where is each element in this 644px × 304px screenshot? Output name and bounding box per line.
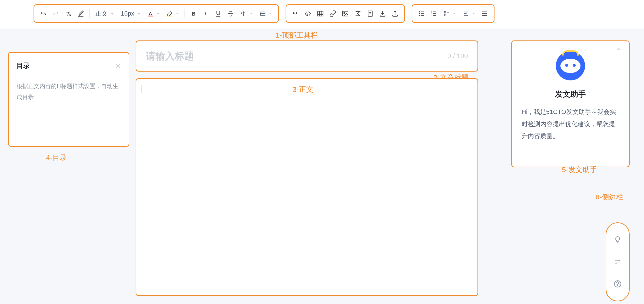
bold-button[interactable]: B [188, 8, 198, 19]
toc-description: 根据正文内容的H标题样式设置，自动生成目录 [16, 81, 121, 102]
annotation-toc: 4-目录 [46, 153, 67, 163]
toolbar-group-3: 123 [412, 4, 494, 23]
svg-text:B: B [192, 10, 196, 16]
svg-point-9 [419, 11, 420, 12]
svg-rect-2 [168, 15, 172, 16]
assistant-description: Hi，我是51CTO发文助手～我会实时检测内容提出优化建议，帮您提升内容质量。 [522, 106, 619, 142]
assistant-title: 发文助手 [555, 89, 586, 100]
table-button[interactable] [315, 8, 326, 19]
indent-dropdown[interactable] [257, 9, 274, 18]
clear-format-button[interactable] [63, 8, 74, 19]
annotation-toolbar: 1-顶部工具栏 [276, 30, 318, 40]
italic-button[interactable]: I [200, 8, 211, 19]
rail-switch-button[interactable] [612, 256, 623, 267]
assistant-avatar-icon [556, 51, 585, 80]
fontsize-dropdown[interactable]: 16px [118, 8, 143, 19]
svg-point-7 [344, 12, 345, 14]
text-cursor [142, 85, 142, 93]
article-body-editor[interactable]: 3-正文 [136, 78, 478, 296]
link-button[interactable] [328, 8, 338, 19]
toc-close-button[interactable]: ✕ [115, 62, 121, 70]
caret-down-icon [176, 13, 179, 14]
attachment-button[interactable] [365, 8, 376, 19]
annotation-sidebar: 6-侧边栏 [595, 192, 624, 202]
svg-rect-5 [318, 11, 323, 16]
svg-point-11 [419, 15, 420, 16]
divider [16, 75, 121, 75]
svg-text:A: A [149, 11, 152, 16]
annotation-body: 3-正文 [292, 85, 321, 95]
toc-panel: 目录 ✕ 根据正文内容的H标题样式设置，自动生成目录 [8, 52, 130, 147]
lineheight-dropdown[interactable] [238, 9, 255, 18]
rail-help-button[interactable] [612, 278, 623, 290]
annotation-assistant: 5-发文助手 [562, 165, 597, 175]
article-title-input[interactable] [146, 51, 447, 61]
code-button[interactable] [302, 8, 313, 19]
bullet-list-button[interactable] [416, 8, 427, 19]
editor-column: 2-文章标题 0 / 100 3-正文 [136, 40, 478, 296]
underline-button[interactable] [213, 8, 224, 19]
strikethrough-button[interactable] [226, 8, 236, 19]
caret-down-icon [472, 13, 475, 14]
toc-title: 目录 [16, 61, 30, 70]
caret-down-icon [250, 13, 253, 14]
quote-button[interactable] [290, 8, 301, 19]
highlight-color-dropdown[interactable] [164, 9, 181, 18]
format-painter-button[interactable] [76, 8, 86, 19]
svg-rect-1 [148, 15, 153, 16]
svg-point-10 [419, 13, 420, 14]
svg-rect-16 [444, 14, 446, 16]
export-button[interactable] [390, 8, 400, 19]
svg-point-18 [618, 286, 618, 286]
formula-button[interactable] [352, 8, 363, 19]
toolbar: 正文 16px A B I 123 [0, 0, 644, 28]
paragraph-style-dropdown[interactable]: 正文 [93, 8, 116, 19]
redo-button[interactable] [50, 8, 61, 19]
svg-text:I: I [204, 10, 206, 16]
collapse-button[interactable] [616, 46, 622, 54]
image-button[interactable] [340, 8, 350, 19]
import-button[interactable] [377, 8, 388, 19]
divider-button[interactable] [480, 8, 490, 19]
caret-down-icon [453, 13, 456, 14]
fontsize-label: 16px [121, 10, 134, 17]
paragraph-style-label: 正文 [95, 9, 108, 18]
side-rail [606, 222, 630, 301]
assistant-panel: 发文助手 Hi，我是51CTO发文助手～我会实时检测内容提出优化建议，帮您提升内… [511, 40, 630, 167]
title-char-count: 0 / 100 [447, 52, 468, 60]
ordered-list-button[interactable]: 123 [428, 8, 439, 19]
toolbar-group-1: 正文 16px A B I [34, 4, 279, 23]
caret-down-icon [157, 13, 160, 14]
caret-down-icon [269, 13, 272, 14]
task-list-dropdown[interactable] [441, 9, 458, 18]
undo-button[interactable] [38, 8, 49, 19]
caret-down-icon [111, 13, 114, 14]
font-color-dropdown[interactable]: A [145, 9, 162, 18]
caret-down-icon [137, 13, 140, 14]
svg-text:3: 3 [431, 14, 432, 16]
toolbar-group-2 [286, 4, 405, 23]
rail-idea-button[interactable] [612, 234, 623, 245]
article-title-container: 2-文章标题 0 / 100 [136, 40, 478, 72]
align-dropdown[interactable] [460, 9, 478, 18]
